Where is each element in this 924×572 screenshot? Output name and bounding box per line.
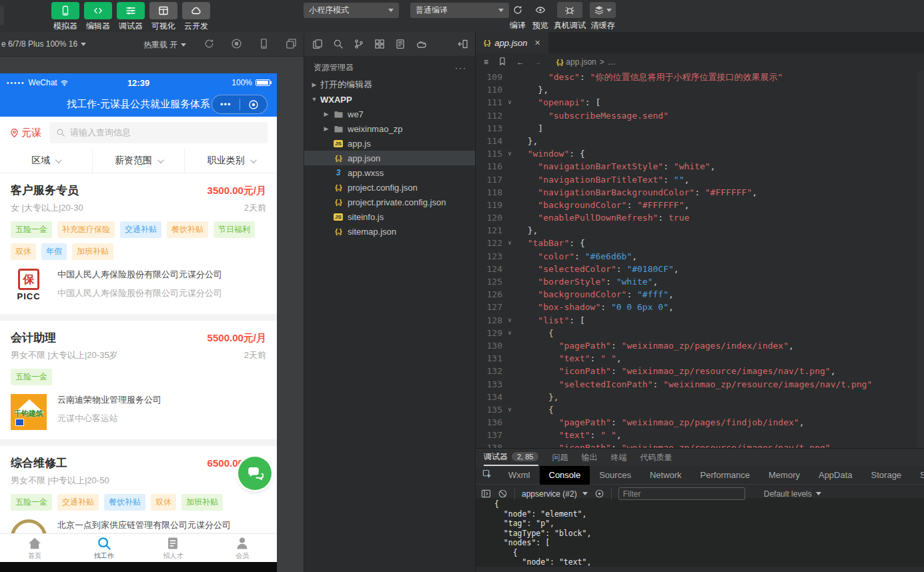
tab-app-json[interactable]: {..} app.json ×: [476, 32, 548, 53]
devtools-tab-Performance[interactable]: Performance: [691, 466, 759, 485]
tabbar-item-招人才[interactable]: 招人才: [139, 534, 208, 562]
tabbar-item-首页[interactable]: 首页: [0, 534, 69, 562]
fold-spacer: [502, 416, 517, 429]
debugger-tab-终端[interactable]: 终端: [610, 449, 626, 466]
tree-item-app.js[interactable]: JSapp.js: [304, 136, 475, 151]
search2-icon[interactable]: [333, 39, 344, 49]
tree-item-WXAPP[interactable]: ▼WXAPP: [304, 92, 475, 107]
wxss-file-icon: 3: [332, 168, 344, 177]
editor-scrollbar[interactable]: [917, 71, 924, 448]
action-button-编译[interactable]: 编译: [508, 2, 527, 31]
forward-icon[interactable]: →: [534, 57, 542, 67]
code-line: 125 "borderStyle": "white",: [476, 275, 924, 288]
code-editor[interactable]: 109 "desc": "你的位置信息将用于小程序位置接口的效果展示"110 }…: [475, 71, 924, 448]
devtools-tab-Storage[interactable]: Storage: [862, 466, 911, 485]
job-title: 会计助理: [11, 330, 56, 345]
debugger-tab-代码质量[interactable]: 代码质量: [640, 449, 672, 466]
log-levels-select[interactable]: Default levels: [764, 489, 821, 499]
tabbar-label: 找工作: [94, 551, 114, 561]
file2-icon[interactable]: [395, 39, 406, 49]
code-line: 134 },: [476, 391, 924, 403]
tree-item-打开的编辑器[interactable]: ▶打开的编辑器: [304, 77, 475, 92]
debugger-tab-问题[interactable]: 问题: [552, 449, 568, 466]
toolbar-button-云开发[interactable]: 云开发: [181, 2, 211, 32]
toolbar-button-调试器[interactable]: 调试器: [116, 2, 145, 32]
bookmark-icon[interactable]: [498, 57, 507, 68]
devtools-tab-AppData[interactable]: AppData: [809, 466, 862, 485]
debugger-tab-输出[interactable]: 输出: [581, 449, 597, 466]
tree-item-siteinfo.js[interactable]: JSsiteinfo.js: [304, 209, 475, 224]
compile-mode-select[interactable]: 普通编译: [410, 3, 509, 18]
action-button-清缓存[interactable]: 清缓存: [590, 2, 616, 31]
target-icon[interactable]: [594, 489, 604, 499]
action-button-真机调试[interactable]: 真机调试: [554, 2, 586, 31]
fold-chevron-icon[interactable]: ∨: [502, 96, 517, 109]
devtools-tab-Wxml[interactable]: Wxml: [499, 466, 540, 485]
company-name-secondary: 元谋中心客运站: [57, 413, 161, 425]
grid-icon[interactable]: [374, 39, 385, 49]
more-menu-button[interactable]: •••: [212, 99, 240, 109]
code-text: "borderStyle": "white",: [517, 275, 658, 288]
tree-item-project.config.json[interactable]: {..}project.config.json: [304, 180, 475, 195]
tree-item-label: project.private.config.json: [348, 197, 446, 207]
windows-icon[interactable]: [286, 38, 297, 49]
refresh-icon[interactable]: [203, 38, 215, 49]
inspect-element-icon[interactable]: [476, 469, 499, 481]
simulator-toolbar: e 6/7/8 Plus 100% 16 热重载 开: [0, 32, 304, 57]
job-requirements: 男女不限 |大专以上|20-35岁: [11, 349, 118, 361]
minimize-button[interactable]: [240, 99, 268, 110]
job-posted-time: 2天前: [244, 349, 266, 361]
job-card[interactable]: 综合维修工6500.00元/月男女不限 |中专以上|20-502天前五险一金交通…: [0, 446, 277, 533]
hot-reload-toggle[interactable]: 热重载 开: [143, 39, 186, 51]
breadcrumb[interactable]: {..} app.json > …: [556, 57, 616, 67]
phone-icon[interactable]: [258, 38, 270, 49]
toolbar-button-模拟器[interactable]: 模拟器: [51, 2, 80, 32]
city-selector[interactable]: 元谋: [9, 127, 41, 139]
console-filter-input[interactable]: [618, 487, 745, 500]
tree-item-project.private.config.json[interactable]: {..}project.private.config.json: [304, 195, 475, 209]
tree-item-we7[interactable]: ▶we7: [304, 107, 475, 121]
fold-chevron-icon[interactable]: ∨: [502, 403, 517, 416]
fold-chevron-icon[interactable]: ∨: [502, 147, 517, 160]
record-icon[interactable]: [231, 38, 242, 49]
tree-item-weixinmao_zp[interactable]: ▶weixinmao_zp: [304, 121, 475, 136]
close-icon[interactable]: ×: [535, 37, 540, 48]
devtools-tab-Sources[interactable]: Sources: [590, 466, 640, 485]
fold-chevron-icon[interactable]: ∨: [502, 237, 517, 249]
job-card[interactable]: 会计助理5500.00元/月男女不限 |大专以上|20-35岁2天前五险一金千钧…: [0, 321, 277, 439]
git-icon[interactable]: [354, 39, 364, 49]
toolbar-button-可视化[interactable]: 可视化: [149, 2, 178, 32]
back-icon[interactable]: ←: [516, 57, 524, 67]
search-input[interactable]: 请输入查询信息: [49, 122, 268, 143]
filter-薪资范围[interactable]: 薪资范围: [93, 149, 185, 173]
tree-item-app.json[interactable]: {..}app.json: [304, 151, 475, 165]
filter-区域[interactable]: 区域: [0, 149, 93, 173]
device-select[interactable]: e 6/7/8 Plus 100% 16: [1, 39, 86, 49]
chat-fab-button[interactable]: [238, 457, 272, 490]
filter-职业类别[interactable]: 职业类别: [185, 149, 277, 173]
job-card[interactable]: 客户服务专员3500.00元/月女 |大专以上|20-302天前五险一金补充医疗…: [0, 173, 277, 314]
devtools-tab-Memory[interactable]: Memory: [759, 466, 809, 485]
teapot-icon[interactable]: [416, 39, 426, 49]
tree-item-sitemap.json[interactable]: {..}sitemap.json: [304, 224, 475, 239]
clear-console-icon[interactable]: [498, 489, 508, 499]
menu-icon[interactable]: ≡: [484, 57, 488, 67]
debugger-tab-调试器[interactable]: 调试器2, 85: [484, 449, 538, 466]
tabbar-item-找工作[interactable]: 找工作: [69, 534, 139, 562]
action-button-预览[interactable]: 预览: [531, 2, 550, 31]
split-editor-icon[interactable]: [458, 39, 468, 52]
explorer-menu-button[interactable]: ···: [455, 63, 467, 73]
tabbar-item-会员[interactable]: 会员: [207, 534, 277, 562]
expand-panel-icon[interactable]: [481, 489, 491, 499]
context-select[interactable]: appservice (#2): [522, 489, 588, 499]
tree-item-label: project.config.json: [348, 183, 418, 193]
fold-chevron-icon[interactable]: ∨: [502, 314, 517, 327]
mode-select[interactable]: 小程序模式: [304, 3, 399, 18]
tree-item-app.wxss[interactable]: 3app.wxss: [304, 165, 475, 180]
devtools-tab-Network[interactable]: Network: [640, 466, 691, 485]
fold-chevron-icon[interactable]: ∨: [502, 327, 517, 339]
devtools-tab-Security[interactable]: Security: [911, 466, 924, 485]
toolbar-button-编辑器[interactable]: 编辑器: [83, 2, 113, 32]
files-icon[interactable]: [312, 39, 323, 49]
devtools-tab-Console[interactable]: Console: [540, 466, 590, 485]
